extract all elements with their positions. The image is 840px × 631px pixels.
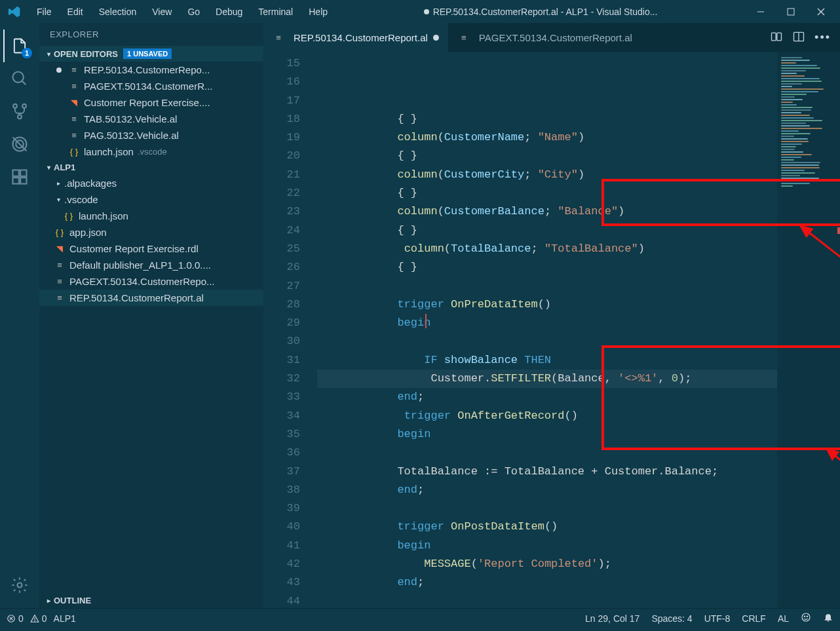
status-language[interactable]: AL	[778, 613, 789, 624]
code-content[interactable]: { } column(CustomerName; "Name") { } col…	[317, 52, 777, 608]
split-editor-icon[interactable]	[792, 30, 805, 45]
file-icon: { }	[68, 147, 80, 157]
activity-search[interactable]	[3, 62, 36, 95]
compare-changes-icon[interactable]	[770, 30, 783, 45]
activity-bar: 1	[0, 23, 39, 608]
svg-rect-17	[772, 33, 776, 41]
sidebar-title: EXPLORER	[39, 23, 263, 46]
status-encoding[interactable]: UTF-8	[704, 613, 731, 624]
svg-point-27	[34, 621, 35, 621]
status-eol[interactable]: CRLF	[742, 613, 766, 624]
svg-rect-13	[20, 170, 26, 176]
file-icon: ◥	[54, 244, 66, 254]
file-icon: { }	[63, 211, 75, 221]
more-actions-icon[interactable]: •••	[814, 31, 831, 45]
editor-actions: •••	[761, 23, 840, 52]
svg-point-4	[13, 72, 24, 83]
status-bar: 0 0 ALP1 Ln 29, Col 17 Spaces: 4 UTF-8 C…	[0, 608, 840, 628]
file-icon: ≡	[458, 32, 470, 43]
menu-file[interactable]: File	[29, 3, 60, 20]
svg-rect-15	[20, 178, 26, 183]
activity-extensions[interactable]	[3, 161, 36, 193]
minimap[interactable]	[777, 52, 840, 608]
chevron-right-icon: ▸	[54, 180, 63, 187]
svg-point-6	[13, 104, 17, 108]
maximize-button[interactable]	[776, 0, 806, 23]
folder-item[interactable]: ▾.vscode	[39, 191, 263, 208]
svg-rect-1	[788, 9, 794, 15]
status-spaces[interactable]: Spaces: 4	[651, 613, 692, 624]
svg-point-8	[18, 115, 22, 119]
file-icon: ≡	[68, 81, 80, 92]
editor-tabs: ≡REP.50134.CustomerReport.al≡PAGEXT.5013…	[263, 23, 840, 52]
menu-bar: FileEditSelectionViewGoDebugTerminalHelp	[29, 3, 335, 20]
editor-tab[interactable]: ≡PAGEXT.50134.CustomerReport.al	[449, 23, 642, 52]
open-editor-item[interactable]: ≡PAGEXT.50134.CustomerR...	[39, 78, 263, 94]
svg-point-30	[807, 616, 807, 617]
svg-point-7	[22, 104, 26, 108]
status-errors[interactable]: 0	[7, 613, 24, 624]
svg-point-29	[804, 616, 805, 617]
dirty-indicator-icon	[424, 9, 429, 14]
file-item[interactable]: ≡Default publisher_ALP1_1.0.0....	[39, 257, 263, 273]
status-branch[interactable]: ALP1	[54, 613, 76, 624]
editor-tab[interactable]: ≡REP.50134.CustomerReport.al	[263, 23, 449, 52]
file-item[interactable]: { }app.json	[39, 224, 263, 240]
dirty-dot-icon	[433, 35, 439, 41]
outline-header[interactable]: ▸ OUTLINE	[39, 593, 263, 608]
status-position[interactable]: Ln 29, Col 17	[585, 613, 640, 624]
chevron-down-icon: ▾	[43, 164, 54, 171]
file-item[interactable]: ≡PAGEXT.50134.CustomerRepo...	[39, 273, 263, 290]
file-item[interactable]: ≡REP.50134.CustomerReport.al	[39, 290, 263, 306]
file-icon: ≡	[68, 65, 80, 75]
line-numbers: 1516171819202122232425262728293031323334…	[263, 52, 317, 608]
activity-source-control[interactable]	[3, 95, 36, 128]
activity-settings[interactable]	[3, 569, 36, 602]
file-icon: ≡	[54, 260, 66, 271]
menu-debug[interactable]: Debug	[208, 3, 250, 20]
explorer-sidebar: EXPLORER ▾ OPEN EDITORS 1 UNSAVED ≡REP.5…	[39, 23, 263, 608]
cursor-marker	[425, 314, 427, 328]
workspace-header[interactable]: ▾ ALP1	[39, 160, 263, 175]
status-notifications-icon[interactable]	[823, 612, 833, 624]
menu-help[interactable]: Help	[301, 3, 335, 20]
open-editor-item[interactable]: ◥Customer Report Exercise....	[39, 94, 263, 111]
activity-debug[interactable]	[3, 128, 36, 161]
close-button[interactable]	[806, 0, 836, 23]
file-icon: ≡	[68, 130, 80, 141]
minimize-button[interactable]	[746, 0, 776, 23]
menu-selection[interactable]: Selection	[91, 3, 145, 20]
folder-item[interactable]: ▸.alpackages	[39, 175, 263, 191]
file-icon: ◥	[68, 98, 80, 108]
status-feedback-icon[interactable]	[801, 612, 811, 624]
window-title-text: REP.50134.CustomerReport.al - ALP1 - Vis…	[433, 7, 658, 17]
status-warnings[interactable]: 0	[30, 613, 47, 624]
file-icon: { }	[54, 227, 66, 238]
window-title: REP.50134.CustomerReport.al - ALP1 - Vis…	[335, 7, 746, 17]
overview-ruler	[837, 52, 840, 608]
chevron-down-icon: ▾	[43, 50, 54, 58]
chevron-right-icon: ▸	[43, 597, 54, 604]
vscode-logo-icon	[8, 5, 21, 18]
file-item[interactable]: { }launch.json	[39, 208, 263, 224]
dirty-dot-icon	[56, 67, 62, 73]
menu-edit[interactable]: Edit	[60, 3, 91, 20]
file-icon: ≡	[54, 293, 66, 303]
file-item[interactable]: ◥Customer Report Exercise.rdl	[39, 240, 263, 257]
menu-terminal[interactable]: Terminal	[250, 3, 301, 20]
menu-view[interactable]: View	[144, 3, 180, 20]
title-bar: FileEditSelectionViewGoDebugTerminalHelp…	[0, 0, 840, 23]
svg-line-5	[22, 81, 26, 85]
file-icon: ≡	[54, 277, 66, 287]
open-editor-item[interactable]: ≡TAB.50132.Vehicle.al	[39, 111, 263, 127]
open-editor-item[interactable]: ≡REP.50134.CustomerRepo...	[39, 62, 263, 78]
code-editor[interactable]: 1516171819202122232425262728293031323334…	[263, 52, 840, 608]
open-editors-header[interactable]: ▾ OPEN EDITORS 1 UNSAVED	[39, 46, 263, 62]
unsaved-badge: 1 UNSAVED	[123, 48, 172, 59]
activity-explorer[interactable]: 1	[3, 29, 36, 62]
open-editor-item[interactable]: ≡PAG.50132.Vehicle.al	[39, 127, 263, 143]
menu-go[interactable]: Go	[180, 3, 208, 20]
svg-rect-18	[777, 33, 782, 41]
svg-rect-14	[13, 178, 19, 183]
open-editor-item[interactable]: { }launch.json.vscode	[39, 143, 263, 160]
